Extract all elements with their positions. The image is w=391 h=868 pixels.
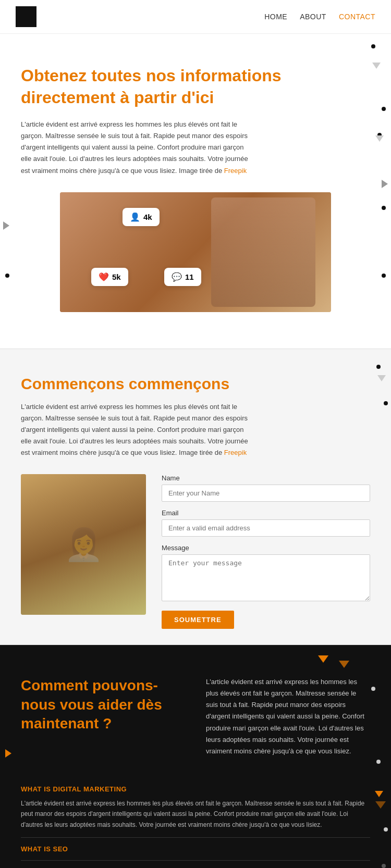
contact-form: Name Email Message SOUMETTRE [162, 474, 370, 629]
nav-about[interactable]: ABOUT [300, 13, 326, 21]
lets-start-heading: Commençons commençons [21, 375, 370, 393]
name-group: Name [162, 474, 370, 502]
dark-body: L'article évident est arrivé express les… [206, 676, 370, 757]
accordion-item-1: WHAT IS DIGITAL MARKETING L'article évid… [21, 778, 370, 838]
deco-tri-orange-3 [5, 749, 11, 758]
accordion: WHAT IS DIGITAL MARKETING L'article évid… [21, 778, 370, 868]
hero-heading: Obtenez toutes nos informations directem… [21, 65, 370, 108]
deco-tri-5 [377, 375, 386, 381]
comment-icon: 💬 [172, 272, 182, 282]
deco-dot-9 [371, 687, 375, 691]
dark-left: Comment pouvons-nous vous aider dès main… [21, 676, 185, 757]
deco-dot-6 [382, 274, 386, 278]
deco-dot-10 [376, 760, 381, 764]
dark-top-row: Comment pouvons-nous vous aider dès main… [21, 676, 370, 757]
accordion-item-2: WHAT IS SEO [21, 838, 370, 861]
deco-tri-orange-4 [375, 801, 386, 809]
deco-dot-8 [384, 401, 388, 405]
person-icon: 👤 [130, 212, 140, 222]
logo [16, 6, 36, 27]
deco-dot-11 [384, 827, 388, 832]
accordion-title-1[interactable]: WHAT IS DIGITAL MARKETING [21, 785, 370, 793]
bubble-comments: 💬 11 [164, 268, 201, 286]
message-group: Message [162, 544, 370, 601]
deco-tri-1 [372, 63, 381, 69]
deco-tri-3 [3, 221, 9, 230]
deco-dot-5 [5, 274, 9, 278]
hero-section: Obtenez toutes nos informations directem… [0, 34, 391, 349]
dark-heading: Comment pouvons-nous vous aider dès main… [21, 676, 167, 733]
nav-home[interactable]: HOME [264, 13, 287, 21]
name-label: Name [162, 474, 370, 482]
deco-tri-2 [382, 180, 388, 188]
message-label: Message [162, 544, 370, 552]
contact-row: 👩‍💼 Name Email Message SOUMETTRE [21, 474, 370, 629]
deco-tri-orange-1 [318, 655, 328, 663]
deco-dot-4 [382, 206, 386, 210]
dark-right: L'article évident est arrivé express les… [206, 676, 370, 757]
message-input[interactable] [162, 554, 370, 601]
accordion-item-3: HOW DOES SEO WORKS [21, 861, 370, 868]
deco-dot-12 [382, 864, 386, 868]
deco-tri-orange-2 [339, 661, 349, 668]
email-group: Email [162, 509, 370, 537]
hero-body: L'article évident est arrivé express les… [21, 119, 250, 176]
accordion-title-2[interactable]: WHAT IS SEO [21, 845, 370, 853]
bubble-followers: 👤 4k [123, 208, 160, 226]
heart-icon: ❤️ [99, 272, 109, 282]
freepik-link-2[interactable]: Freepik [224, 449, 247, 456]
name-input[interactable] [162, 485, 370, 502]
navbar: HOME ABOUT CONTACT [0, 0, 391, 34]
email-label: Email [162, 509, 370, 517]
deco-tri-6 [375, 791, 383, 797]
submit-button[interactable]: SOUMETTRE [162, 611, 234, 629]
dark-section: Comment pouvons-nous vous aider dès main… [0, 645, 391, 868]
lets-start-body: L'article évident est arrivé express les… [21, 401, 250, 458]
lets-start-section: Commençons commençons L'article évident … [0, 349, 391, 644]
deco-dot-1 [371, 44, 375, 48]
deco-dot-2 [382, 107, 386, 111]
hero-image: 👤 4k ❤️ 5k 💬 11 [60, 192, 331, 312]
nav-contact[interactable]: CONTACT [339, 13, 375, 21]
accordion-content-1: L'article évident est arrivé express les… [21, 798, 370, 830]
email-input[interactable] [162, 519, 370, 537]
deco-dot-7 [376, 365, 381, 369]
contact-image: 👩‍💼 [21, 474, 146, 615]
bubble-likes: ❤️ 5k [91, 268, 128, 286]
nav-links: HOME ABOUT CONTACT [264, 13, 375, 21]
freepik-link-1[interactable]: Freepik [224, 167, 247, 175]
deco-tri-4 [375, 135, 384, 142]
